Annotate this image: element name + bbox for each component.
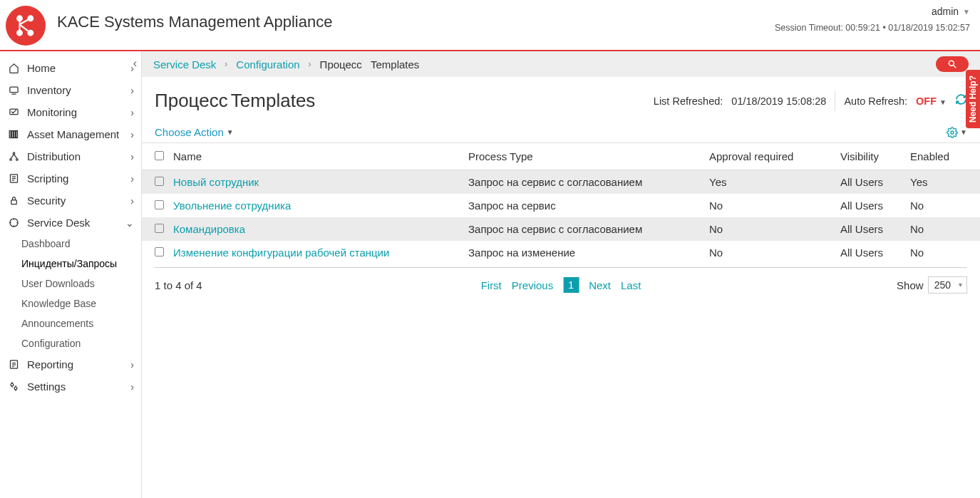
svg-rect-10 bbox=[9, 131, 11, 138]
row-enabled: No bbox=[910, 199, 967, 212]
sidebar-item-label: Asset Management bbox=[27, 128, 123, 140]
select-all-checkbox[interactable] bbox=[155, 151, 164, 160]
breadcrumb-link[interactable]: Service Desk bbox=[153, 58, 216, 71]
breadcrumb-current: Templates bbox=[371, 58, 419, 71]
row-visibility: All Users bbox=[840, 247, 910, 259]
search-button[interactable] bbox=[936, 56, 969, 72]
chevron-right-icon: › bbox=[225, 59, 227, 69]
chevron-right-icon: › bbox=[309, 59, 311, 69]
chevron-right-icon: › bbox=[130, 195, 134, 207]
security-icon bbox=[7, 195, 20, 206]
sidebar-sub-item[interactable]: Инциденты/Запросы bbox=[21, 254, 141, 274]
row-approval: No bbox=[709, 247, 840, 259]
caret-down-icon: ▼ bbox=[963, 8, 970, 16]
auto-refresh-toggle[interactable]: OFF ▼ bbox=[916, 95, 947, 107]
scripting-icon bbox=[7, 173, 20, 184]
row-checkbox[interactable] bbox=[155, 224, 164, 233]
refresh-time: 01/18/2019 15:08:28 bbox=[731, 95, 826, 107]
sidebar-item-monitoring[interactable]: Monitoring› bbox=[0, 101, 141, 123]
servicedesk-icon bbox=[7, 217, 20, 228]
refresh-label: List Refreshed: bbox=[654, 95, 723, 107]
row-visibility: All Users bbox=[840, 199, 910, 212]
sidebar-item-label: Home bbox=[27, 62, 123, 74]
col-header-type[interactable]: Process Type bbox=[468, 150, 709, 162]
col-header-visibility[interactable]: Visibility bbox=[840, 150, 910, 162]
table: Name Process Type Approval required Visi… bbox=[142, 142, 980, 268]
sidebar-item-servicedesk[interactable]: Service Desk⌄ bbox=[0, 212, 141, 234]
sidebar-sub-item[interactable]: Announcements bbox=[21, 313, 141, 333]
col-header-name[interactable]: Name bbox=[173, 150, 468, 162]
pager-next[interactable]: Next bbox=[589, 279, 611, 291]
sidebar-item-label: Inventory bbox=[27, 84, 123, 96]
table-row: Увольнение сотрудникаЗапрос на сервисNoA… bbox=[142, 194, 980, 217]
row-name-link[interactable]: Командировка bbox=[173, 223, 245, 235]
sidebar-sub-item[interactable]: User Downloads bbox=[21, 274, 141, 294]
settings-icon bbox=[7, 381, 20, 392]
table-settings-button[interactable]: ▼ bbox=[947, 127, 967, 138]
sidebar-sub-item[interactable]: Dashboard bbox=[21, 234, 141, 254]
row-visibility: All Users bbox=[840, 176, 910, 188]
pager-previous[interactable]: Previous bbox=[512, 279, 553, 291]
chevron-down-icon: ⌄ bbox=[125, 217, 134, 229]
row-name-link[interactable]: Увольнение сотрудника bbox=[173, 199, 291, 212]
session-info: Session Timeout: 00:59:21 • 01/18/2019 1… bbox=[775, 23, 970, 33]
sidebar-sub-item[interactable]: Configuration bbox=[21, 333, 141, 353]
action-bar: Choose Action ▼ ▼ bbox=[142, 122, 980, 142]
sidebar-item-home[interactable]: Home› bbox=[0, 57, 141, 79]
row-visibility: All Users bbox=[840, 223, 910, 235]
svg-point-31 bbox=[949, 61, 954, 66]
table-header: Name Process Type Approval required Visi… bbox=[142, 143, 980, 170]
row-approval: No bbox=[709, 223, 840, 235]
svg-line-17 bbox=[11, 154, 14, 158]
row-enabled: No bbox=[910, 247, 967, 259]
chevron-right-icon: › bbox=[130, 85, 134, 96]
refresh-info: List Refreshed: 01/18/2019 15:08:28 Auto… bbox=[654, 91, 967, 111]
sidebar-item-scripting[interactable]: Scripting› bbox=[0, 167, 141, 190]
breadcrumb-link[interactable]: Configuration bbox=[236, 58, 299, 71]
row-checkbox[interactable] bbox=[155, 200, 164, 209]
sidebar-item-distribution[interactable]: Distribution› bbox=[0, 145, 141, 167]
sidebar-sub-item[interactable]: Knowledge Base bbox=[21, 294, 141, 313]
page-title: Процесс Templates bbox=[155, 90, 315, 112]
chevron-right-icon: › bbox=[130, 151, 134, 162]
page-size-select[interactable]: 250 bbox=[928, 276, 967, 294]
row-name-link[interactable]: Изменение конфигурации рабочей станции bbox=[173, 247, 389, 259]
svg-rect-23 bbox=[11, 200, 16, 204]
pager-last[interactable]: Last bbox=[621, 279, 641, 291]
sidebar-item-asset[interactable]: Asset Management› bbox=[0, 123, 141, 145]
sidebar-item-settings[interactable]: Settings› bbox=[0, 375, 141, 398]
svg-line-32 bbox=[954, 66, 956, 68]
svg-rect-12 bbox=[14, 131, 15, 138]
sidebar-item-label: Security bbox=[27, 194, 123, 207]
collapse-sidebar-icon[interactable]: ‹ bbox=[133, 57, 137, 70]
caret-down-icon: ▼ bbox=[960, 128, 967, 136]
row-checkbox[interactable] bbox=[155, 247, 164, 256]
auto-refresh-label: Auto Refresh: bbox=[844, 95, 907, 107]
sidebar-item-security[interactable]: Security› bbox=[0, 190, 141, 212]
chevron-right-icon: › bbox=[130, 173, 134, 185]
user-menu[interactable]: admin ▼ bbox=[775, 6, 970, 17]
svg-point-33 bbox=[951, 131, 954, 134]
monitoring-icon bbox=[7, 107, 20, 118]
table-row: Изменение конфигурации рабочей станцииЗа… bbox=[142, 241, 980, 264]
row-checkbox[interactable] bbox=[155, 177, 164, 186]
app-header: KACE Systems Management Appliance admin … bbox=[0, 0, 980, 51]
pager-first[interactable]: First bbox=[481, 279, 502, 291]
svg-point-3 bbox=[17, 16, 22, 21]
choose-action-dropdown[interactable]: Choose Action ▼ bbox=[155, 126, 234, 138]
need-help-tab[interactable]: Need Help? bbox=[966, 70, 980, 128]
sidebar-item-inventory[interactable]: Inventory› bbox=[0, 79, 141, 101]
row-name-link[interactable]: Новый сотрудник bbox=[173, 176, 259, 188]
divider bbox=[835, 91, 835, 111]
svg-point-4 bbox=[17, 31, 22, 36]
col-header-enabled[interactable]: Enabled bbox=[910, 150, 967, 162]
distribution-icon bbox=[7, 151, 20, 162]
sidebar-item-label: Settings bbox=[27, 380, 123, 393]
svg-point-29 bbox=[11, 383, 14, 386]
table-row: КомандировкаЗапрос на сервис с согласова… bbox=[142, 217, 980, 241]
sidebar-item-reporting[interactable]: Reporting› bbox=[0, 353, 141, 375]
chevron-right-icon: › bbox=[130, 129, 134, 140]
col-header-approval[interactable]: Approval required bbox=[709, 150, 840, 162]
user-name: admin bbox=[932, 6, 959, 17]
svg-rect-13 bbox=[16, 131, 17, 138]
